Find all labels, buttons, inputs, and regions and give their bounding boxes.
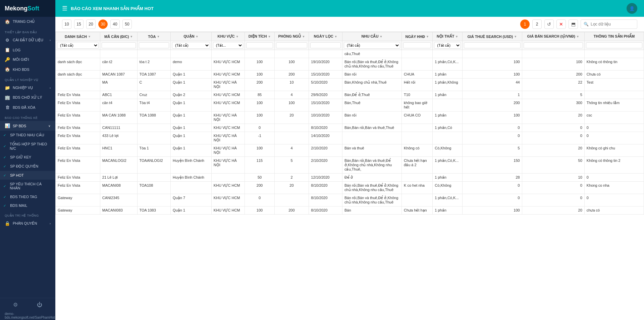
sidebar-item-caidat[interactable]: ⚙ CÀI ĐẶT DỮ LIỆU › <box>0 35 55 45</box>
filter-input-phong-ngu[interactable] <box>276 42 308 48</box>
filter-select-nhu-cau[interactable]: (Tất cả) <box>344 42 400 49</box>
filter-cell-ngay-hhd[interactable] <box>402 41 433 50</box>
filter-input-gia-thue[interactable] <box>464 42 521 48</box>
table-row: cầu,Thuê <box>56 50 644 58</box>
cell-khu_vuc: KHU VỰC HÀ NỘI <box>211 144 245 157</box>
sidebar-item-spgiukey[interactable]: ✓ SP GIỮ KEY <box>0 153 55 162</box>
filter-cell-danh-sach[interactable]: (Tất cả) <box>56 41 100 50</box>
sidebar-item-khobds[interactable]: 🏠 KHO BDS <box>0 64 55 74</box>
sidebar-item-moigioi[interactable]: 🔑 MÔI GIỚI <box>0 55 55 64</box>
th-dien-tich: DIỆN TÍCH▼ <box>245 32 274 41</box>
current-page-btn[interactable]: 1 <box>520 19 530 29</box>
export-btn[interactable]: ⬒ <box>569 19 578 29</box>
sidebar-item-bdstheotag[interactable]: ✓ BDS THEO TAG <box>0 192 55 201</box>
cell-khu_vuc: KHU VỰC HCM <box>211 182 245 194</box>
power-bottom-btn[interactable]: ⏻ <box>37 302 42 308</box>
sidebar-item-tonghop[interactable]: ✓ TỔNG HỢP SP THEO N/C <box>0 140 55 153</box>
clear-btn[interactable]: ✕ <box>556 19 566 29</box>
settings-bottom-btn[interactable]: ⚙ <box>13 302 18 308</box>
filter-ma-can[interactable]: ▼ <box>130 35 133 38</box>
filter-cell-thong-tin[interactable] <box>584 41 644 50</box>
cell-khu_vuc: KHU VỰC HCM <box>211 71 245 79</box>
section-title-quantri: QUẢN TRỊ HỆ THỐNG <box>0 210 55 219</box>
filter-phong-ngu[interactable]: ▼ <box>302 35 305 38</box>
cell-gia_ban: 22 <box>522 79 584 91</box>
user-avatar[interactable]: 👤 <box>627 3 637 14</box>
page-size-30[interactable]: 30 <box>98 19 108 29</box>
filter-noi-that[interactable]: ▼ <box>455 35 458 38</box>
arrow-icon4: › <box>50 222 51 225</box>
filter-cell-nhu-cau[interactable]: (Tất cả) <box>342 41 401 50</box>
filter-cell-gia-thue[interactable] <box>462 41 522 50</box>
sidebar-item-log[interactable]: 📋 LOG <box>0 45 55 55</box>
sidebar-item-spdocquyen[interactable]: ✓ SP ĐỘC QUYỀN <box>0 162 55 171</box>
filter-gia-ban[interactable]: ▼ <box>576 35 579 38</box>
filter-gia-thue[interactable]: ▼ <box>514 35 517 38</box>
sidebar-item-phanquyen[interactable]: 🔒 PHÂN QUYỀN › <box>0 219 55 228</box>
page-size-40[interactable]: 40 <box>110 19 120 29</box>
sidebar-label-moigioi: MÔI GIỚI <box>13 57 29 62</box>
filter-input-thong-tin[interactable] <box>586 42 642 48</box>
filter-select-danh-sach[interactable]: (Tất cả) <box>57 42 99 49</box>
sidebar-item-sptheonhucau[interactable]: ✓ SP THEO NHU CẦU <box>0 131 55 140</box>
filter-row: (Tất cả) (Tất cả) (Tất... <box>56 41 644 50</box>
chart-icon: 📊 <box>5 123 10 128</box>
page-size-20[interactable]: 20 <box>86 19 96 29</box>
menu-icon[interactable]: ☰ <box>62 5 67 12</box>
filter-cell-toa[interactable] <box>137 41 171 50</box>
refresh-btn[interactable]: ↺ <box>544 19 554 29</box>
sidebar-item-home[interactable]: 🏠 TRANG CHỦ <box>0 17 55 27</box>
filter-ngay-loc[interactable]: ▼ <box>334 35 337 38</box>
filter-input-gia-ban[interactable] <box>524 42 583 48</box>
filter-cell-dien-tich[interactable] <box>245 41 274 50</box>
search-input[interactable] <box>591 22 634 27</box>
filter-quan[interactable]: ▼ <box>196 35 199 38</box>
filter-input-ma-can[interactable] <box>102 42 136 48</box>
filter-select-khu-vuc[interactable]: (Tất... <box>213 42 244 49</box>
page-size-10[interactable]: 10 <box>62 19 71 29</box>
filter-cell-ma-can[interactable] <box>100 41 137 50</box>
cell-gia_thue: 150 <box>462 157 522 174</box>
page-size-15[interactable]: 15 <box>74 19 84 29</box>
table-row: Feliz En Vistacăn t4Tòa t4Quận 1KHU VỰC … <box>56 99 644 111</box>
cell-ma_can: MACANI08 <box>100 182 137 194</box>
sidebar-item-spyeuthich[interactable]: ✓ SP YÊU THÍCH CÁ NHÂN <box>0 180 55 192</box>
sidebar-item-bdsxoa[interactable]: 🗑 BDS ĐÃ XÓA <box>0 102 55 112</box>
filter-danh-sach[interactable]: ▼ <box>88 35 91 38</box>
cell-phong_ngu: 20 <box>274 182 309 194</box>
filter-cell-khu-vuc[interactable]: (Tất... <box>211 41 245 50</box>
cell-danh_sach: Feliz En Vista <box>56 132 100 144</box>
table-row: Feliz En VistaABC1CruzQuận 2KHU VỰC HCM8… <box>56 91 644 99</box>
filter-input-toa[interactable] <box>139 42 169 48</box>
sidebar-item-bdschoxuly[interactable]: 🏢 BDS CHỜ XỬ LÝ <box>0 93 55 102</box>
filter-toa[interactable]: ▼ <box>157 35 160 38</box>
filter-input-dien-tich[interactable] <box>246 42 273 48</box>
sidebar-item-sphot[interactable]: ✓ SP HOT <box>0 171 55 180</box>
sidebar-item-spbds[interactable]: 📊 SP BDS ∨ <box>0 121 55 131</box>
sidebar-label-bdsmail: BDS MAIL <box>10 203 27 208</box>
cell-gia_thue: 200 <box>462 99 522 111</box>
cell-toa <box>137 174 171 182</box>
page-2-btn[interactable]: 2 <box>532 19 542 29</box>
cell-danh_sach: Gateway <box>56 194 100 207</box>
filter-cell-phong-ngu[interactable] <box>274 41 309 50</box>
filter-dien-tich[interactable]: ▼ <box>268 35 271 38</box>
filter-khu-vuc[interactable]: ▼ <box>236 35 239 38</box>
filter-nhu-cau[interactable]: ▼ <box>379 35 382 38</box>
filter-cell-noi-that[interactable]: (Tất cả) <box>433 41 463 50</box>
filter-input-ngay-hhd[interactable] <box>403 42 431 48</box>
table-body: cầu,Thuêdanh sách đọccăn t2tòa t 2demoKH… <box>56 50 644 215</box>
filter-cell-quan[interactable]: (Tất cả) <box>171 41 212 50</box>
sidebar-item-bdsmail[interactable]: ✓ BDS MAIL <box>0 201 55 210</box>
sidebar-item-nghiepvu[interactable]: 📁 NGHIỆP VỤ › <box>0 83 55 93</box>
filter-select-noi-that[interactable]: (Tất cả) <box>434 42 461 49</box>
cell-noi_that <box>433 132 463 144</box>
filter-select-quan[interactable]: (Tất cả) <box>172 42 210 49</box>
filter-cell-gia-ban[interactable] <box>522 41 584 50</box>
filter-ngay-hhd[interactable]: ▼ <box>426 35 429 38</box>
page-size-50[interactable]: 50 <box>122 19 132 29</box>
filter-input-ngay-loc[interactable] <box>310 42 341 48</box>
filter-cell-ngay-loc[interactable] <box>309 41 342 50</box>
log-icon: 📋 <box>5 47 10 52</box>
nghiepvu-icon: 📁 <box>5 85 10 90</box>
